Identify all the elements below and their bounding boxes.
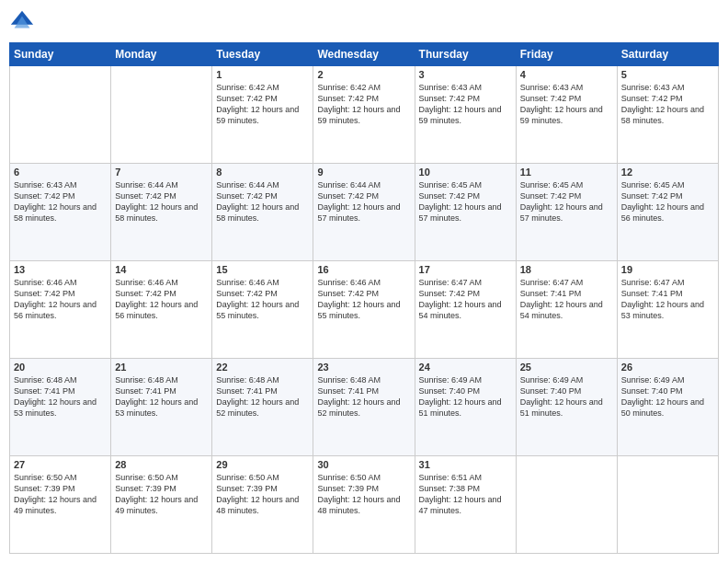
calendar-day-15: 15Sunrise: 6:46 AMSunset: 7:42 PMDayligh… bbox=[212, 261, 313, 359]
calendar-week-3: 13Sunrise: 6:46 AMSunset: 7:42 PMDayligh… bbox=[10, 261, 719, 359]
calendar-day-28: 28Sunrise: 6:50 AMSunset: 7:39 PMDayligh… bbox=[111, 456, 212, 554]
day-info: Sunrise: 6:49 AMSunset: 7:40 PMDaylight:… bbox=[419, 374, 512, 419]
calendar-empty bbox=[10, 66, 111, 164]
day-info: Sunrise: 6:46 AMSunset: 7:42 PMDaylight:… bbox=[14, 277, 107, 322]
day-number: 5 bbox=[621, 69, 714, 80]
day-info: Sunrise: 6:43 AMSunset: 7:42 PMDaylight:… bbox=[14, 179, 107, 224]
day-number: 27 bbox=[14, 459, 107, 470]
day-number: 4 bbox=[520, 69, 613, 80]
calendar-week-5: 27Sunrise: 6:50 AMSunset: 7:39 PMDayligh… bbox=[10, 456, 719, 554]
calendar-day-5: 5Sunrise: 6:43 AMSunset: 7:42 PMDaylight… bbox=[617, 66, 718, 164]
calendar-empty bbox=[617, 456, 718, 554]
calendar-day-8: 8Sunrise: 6:44 AMSunset: 7:42 PMDaylight… bbox=[212, 164, 313, 261]
day-info: Sunrise: 6:45 AMSunset: 7:42 PMDaylight:… bbox=[621, 179, 714, 224]
calendar-header-row: SundayMondayTuesdayWednesdayThursdayFrid… bbox=[10, 43, 719, 66]
calendar-day-21: 21Sunrise: 6:48 AMSunset: 7:41 PMDayligh… bbox=[111, 359, 212, 456]
calendar-day-19: 19Sunrise: 6:47 AMSunset: 7:41 PMDayligh… bbox=[617, 261, 718, 359]
calendar-day-25: 25Sunrise: 6:49 AMSunset: 7:40 PMDayligh… bbox=[516, 359, 617, 456]
calendar-week-2: 6Sunrise: 6:43 AMSunset: 7:42 PMDaylight… bbox=[10, 164, 719, 261]
calendar-day-30: 30Sunrise: 6:50 AMSunset: 7:39 PMDayligh… bbox=[313, 456, 415, 554]
day-info: Sunrise: 6:48 AMSunset: 7:41 PMDaylight:… bbox=[216, 374, 309, 419]
calendar-day-3: 3Sunrise: 6:43 AMSunset: 7:42 PMDaylight… bbox=[415, 66, 516, 164]
calendar-dow-tuesday: Tuesday bbox=[212, 43, 313, 66]
day-info: Sunrise: 6:50 AMSunset: 7:39 PMDaylight:… bbox=[115, 472, 208, 517]
calendar-day-7: 7Sunrise: 6:44 AMSunset: 7:42 PMDaylight… bbox=[111, 164, 212, 261]
day-number: 16 bbox=[317, 264, 410, 275]
calendar-day-4: 4Sunrise: 6:43 AMSunset: 7:42 PMDaylight… bbox=[516, 66, 617, 164]
calendar-dow-thursday: Thursday bbox=[415, 43, 516, 66]
day-number: 17 bbox=[419, 264, 512, 275]
day-number: 24 bbox=[419, 362, 512, 373]
calendar-empty bbox=[111, 66, 212, 164]
day-number: 25 bbox=[520, 362, 613, 373]
day-number: 8 bbox=[216, 167, 309, 178]
calendar-dow-saturday: Saturday bbox=[617, 43, 718, 66]
day-info: Sunrise: 6:44 AMSunset: 7:42 PMDaylight:… bbox=[115, 179, 208, 224]
calendar-day-12: 12Sunrise: 6:45 AMSunset: 7:42 PMDayligh… bbox=[617, 164, 718, 261]
calendar-day-13: 13Sunrise: 6:46 AMSunset: 7:42 PMDayligh… bbox=[10, 261, 111, 359]
day-info: Sunrise: 6:50 AMSunset: 7:39 PMDaylight:… bbox=[14, 472, 107, 517]
day-number: 6 bbox=[14, 167, 107, 178]
day-info: Sunrise: 6:46 AMSunset: 7:42 PMDaylight:… bbox=[317, 277, 410, 322]
day-info: Sunrise: 6:46 AMSunset: 7:42 PMDaylight:… bbox=[216, 277, 309, 322]
day-info: Sunrise: 6:47 AMSunset: 7:41 PMDaylight:… bbox=[520, 277, 613, 322]
day-number: 22 bbox=[216, 362, 309, 373]
day-number: 11 bbox=[520, 167, 613, 178]
day-info: Sunrise: 6:46 AMSunset: 7:42 PMDaylight:… bbox=[115, 277, 208, 322]
day-number: 20 bbox=[14, 362, 107, 373]
calendar-day-26: 26Sunrise: 6:49 AMSunset: 7:40 PMDayligh… bbox=[617, 359, 718, 456]
day-number: 18 bbox=[520, 264, 613, 275]
day-info: Sunrise: 6:50 AMSunset: 7:39 PMDaylight:… bbox=[317, 472, 410, 517]
day-info: Sunrise: 6:48 AMSunset: 7:41 PMDaylight:… bbox=[14, 374, 107, 419]
day-number: 3 bbox=[419, 69, 512, 80]
day-number: 21 bbox=[115, 362, 208, 373]
day-number: 31 bbox=[419, 459, 512, 470]
day-number: 13 bbox=[14, 264, 107, 275]
calendar-dow-monday: Monday bbox=[111, 43, 212, 66]
day-info: Sunrise: 6:42 AMSunset: 7:42 PMDaylight:… bbox=[216, 82, 309, 127]
day-number: 14 bbox=[115, 264, 208, 275]
day-info: Sunrise: 6:48 AMSunset: 7:41 PMDaylight:… bbox=[317, 374, 410, 419]
calendar-day-11: 11Sunrise: 6:45 AMSunset: 7:42 PMDayligh… bbox=[516, 164, 617, 261]
day-info: Sunrise: 6:43 AMSunset: 7:42 PMDaylight:… bbox=[520, 82, 613, 127]
calendar-day-22: 22Sunrise: 6:48 AMSunset: 7:41 PMDayligh… bbox=[212, 359, 313, 456]
calendar-dow-friday: Friday bbox=[516, 43, 617, 66]
day-info: Sunrise: 6:47 AMSunset: 7:42 PMDaylight:… bbox=[419, 277, 512, 322]
day-info: Sunrise: 6:48 AMSunset: 7:41 PMDaylight:… bbox=[115, 374, 208, 419]
calendar-dow-sunday: Sunday bbox=[10, 43, 111, 66]
day-number: 26 bbox=[621, 362, 714, 373]
calendar-day-16: 16Sunrise: 6:46 AMSunset: 7:42 PMDayligh… bbox=[313, 261, 415, 359]
day-info: Sunrise: 6:47 AMSunset: 7:41 PMDaylight:… bbox=[621, 277, 714, 322]
calendar-day-20: 20Sunrise: 6:48 AMSunset: 7:41 PMDayligh… bbox=[10, 359, 111, 456]
calendar-day-1: 1Sunrise: 6:42 AMSunset: 7:42 PMDaylight… bbox=[212, 66, 313, 164]
day-info: Sunrise: 6:44 AMSunset: 7:42 PMDaylight:… bbox=[216, 179, 309, 224]
day-info: Sunrise: 6:49 AMSunset: 7:40 PMDaylight:… bbox=[520, 374, 613, 419]
logo-icon bbox=[9, 9, 35, 35]
page-header bbox=[9, 9, 719, 35]
day-info: Sunrise: 6:45 AMSunset: 7:42 PMDaylight:… bbox=[520, 179, 613, 224]
day-number: 7 bbox=[115, 167, 208, 178]
day-number: 19 bbox=[621, 264, 714, 275]
calendar-table: SundayMondayTuesdayWednesdayThursdayFrid… bbox=[9, 42, 719, 554]
calendar-day-6: 6Sunrise: 6:43 AMSunset: 7:42 PMDaylight… bbox=[10, 164, 111, 261]
calendar-day-27: 27Sunrise: 6:50 AMSunset: 7:39 PMDayligh… bbox=[10, 456, 111, 554]
day-number: 10 bbox=[419, 167, 512, 178]
calendar-day-24: 24Sunrise: 6:49 AMSunset: 7:40 PMDayligh… bbox=[415, 359, 516, 456]
calendar-day-9: 9Sunrise: 6:44 AMSunset: 7:42 PMDaylight… bbox=[313, 164, 415, 261]
day-info: Sunrise: 6:42 AMSunset: 7:42 PMDaylight:… bbox=[317, 82, 410, 127]
day-number: 23 bbox=[317, 362, 410, 373]
day-info: Sunrise: 6:49 AMSunset: 7:40 PMDaylight:… bbox=[621, 374, 714, 419]
day-info: Sunrise: 6:44 AMSunset: 7:42 PMDaylight:… bbox=[317, 179, 410, 224]
calendar-day-31: 31Sunrise: 6:51 AMSunset: 7:38 PMDayligh… bbox=[415, 456, 516, 554]
day-number: 9 bbox=[317, 167, 410, 178]
day-info: Sunrise: 6:43 AMSunset: 7:42 PMDaylight:… bbox=[621, 82, 714, 127]
calendar-day-18: 18Sunrise: 6:47 AMSunset: 7:41 PMDayligh… bbox=[516, 261, 617, 359]
day-number: 2 bbox=[317, 69, 410, 80]
logo bbox=[9, 9, 39, 35]
calendar-day-17: 17Sunrise: 6:47 AMSunset: 7:42 PMDayligh… bbox=[415, 261, 516, 359]
calendar-day-14: 14Sunrise: 6:46 AMSunset: 7:42 PMDayligh… bbox=[111, 261, 212, 359]
day-number: 30 bbox=[317, 459, 410, 470]
calendar-day-23: 23Sunrise: 6:48 AMSunset: 7:41 PMDayligh… bbox=[313, 359, 415, 456]
calendar-empty bbox=[516, 456, 617, 554]
calendar-dow-wednesday: Wednesday bbox=[313, 43, 415, 66]
